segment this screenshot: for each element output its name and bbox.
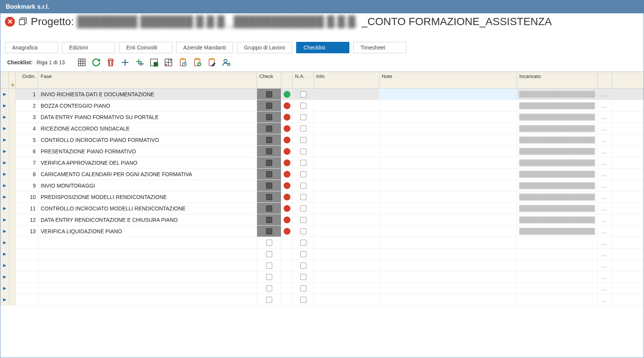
cell-na[interactable] (293, 191, 314, 202)
expand-arrow-icon[interactable]: ▶ (3, 240, 6, 245)
add-icon[interactable] (120, 57, 130, 68)
column-incaricato[interactable]: Incaricato (517, 72, 598, 88)
cell-check[interactable] (257, 214, 281, 225)
expand-arrow-icon[interactable]: ▶ (3, 286, 6, 291)
cell-na[interactable] (293, 203, 314, 214)
cell-na[interactable] (293, 260, 314, 271)
row-menu-button[interactable]: ... (598, 111, 612, 123)
cell-check[interactable] (257, 123, 281, 134)
table-row[interactable]: ▶4RICEZIONE ACCORDO SINDACALE... (0, 123, 644, 134)
close-button[interactable]: ✕ (5, 17, 15, 27)
row-menu-button[interactable]: ... (598, 237, 612, 248)
row-menu-button[interactable]: ... (598, 248, 612, 259)
table-row[interactable]: ▶12DATA ENTRY RENDICONTAZIONE E CHIUSURA… (0, 214, 644, 226)
cell-check[interactable] (257, 283, 281, 294)
table-row[interactable]: ▶6PRESENTAZIONE PIANO FORMATIVO... (0, 146, 644, 157)
cell-check[interactable] (257, 191, 281, 202)
cell-na[interactable] (293, 214, 314, 225)
expand-arrow-icon[interactable]: ▶ (3, 263, 6, 268)
cell-na[interactable] (293, 89, 314, 100)
clipboard-add-icon[interactable] (192, 57, 203, 68)
cell-note[interactable] (379, 191, 517, 202)
table-row[interactable]: ▶3DATA ENTRY PIANO FORMATIVO SU PORTALE.… (0, 111, 644, 123)
row-menu-button[interactable]: ... (598, 180, 612, 191)
cell-note[interactable] (379, 203, 517, 214)
cell-check[interactable] (257, 100, 281, 111)
column-check[interactable]: Check (257, 72, 281, 88)
table-row-empty[interactable]: ▶... (0, 248, 644, 260)
expand-arrow-icon[interactable]: ▶ (3, 172, 6, 177)
cell-na[interactable] (293, 134, 314, 145)
cell-na[interactable] (293, 248, 314, 259)
table-row[interactable]: ▶9INVIO MONITORAGGI... (0, 180, 644, 191)
expand-arrow-icon[interactable]: ▶ (3, 92, 6, 97)
expand-arrow-icon[interactable]: ▶ (3, 149, 6, 154)
window-stack-icon[interactable] (18, 17, 28, 27)
table-row-empty[interactable]: ▶... (0, 260, 644, 271)
tab-gruppo-di-lavoro[interactable]: Gruppo di Lavoro (237, 42, 292, 53)
cell-check[interactable] (257, 260, 281, 271)
cell-na[interactable] (293, 283, 314, 294)
cell-note[interactable] (379, 89, 517, 100)
row-menu-button[interactable]: ... (598, 146, 612, 157)
cell-na[interactable] (293, 157, 314, 168)
table-row[interactable]: ▶10PREDISPOSIZIONE MODELLI RENDICONTAZIO… (0, 191, 644, 203)
cell-check[interactable] (257, 169, 281, 180)
cell-check[interactable] (257, 89, 281, 100)
column-ordin[interactable]: Ordin. (16, 72, 38, 88)
expand-arrow-icon[interactable]: ▶ (3, 274, 6, 279)
column-na[interactable]: N.A. (293, 72, 314, 88)
refresh-icon[interactable] (91, 57, 102, 68)
tab-checklist[interactable]: Checklist (296, 42, 349, 53)
table-row-empty[interactable]: ▶... (0, 283, 644, 294)
tab-aziende-mandanti[interactable]: Aziende Mandanti (176, 42, 233, 53)
grid-view-icon[interactable] (76, 57, 87, 68)
expand-arrow-icon[interactable]: ▶ (3, 103, 6, 108)
cell-check[interactable] (257, 180, 281, 191)
table-row[interactable]: ▶11CONTROLLO INCROCIATO MODELLI RENDICON… (0, 203, 644, 214)
expand-arrow-icon[interactable]: ▶ (3, 217, 6, 222)
row-menu-button[interactable]: ... (598, 283, 612, 294)
expand-arrow-icon[interactable]: ▶ (3, 251, 6, 256)
clipboard-edit-icon[interactable] (206, 57, 217, 68)
row-menu-button[interactable]: ... (598, 157, 612, 168)
row-menu-button[interactable]: ... (598, 214, 612, 225)
expand-arrow-icon[interactable]: ▶ (3, 137, 6, 142)
expand-arrow-icon[interactable]: ▶ (3, 126, 6, 131)
cell-na[interactable] (293, 237, 314, 248)
expand-arrow-icon[interactable]: ▶ (3, 183, 6, 188)
cell-na[interactable] (293, 271, 314, 282)
table-row-empty[interactable]: ▶... (0, 271, 644, 283)
tab-enti-coinvolti[interactable]: Enti Coinvolti (119, 42, 172, 53)
cell-check[interactable] (257, 226, 281, 237)
expand-arrow-icon[interactable]: ▶ (3, 297, 6, 302)
row-menu-button[interactable]: ... (598, 123, 612, 134)
cell-note[interactable] (379, 214, 517, 225)
cell-check[interactable] (257, 111, 281, 123)
cell-note[interactable] (379, 180, 517, 191)
expand-arrow-icon[interactable]: ▶ (3, 194, 6, 199)
cell-note[interactable] (379, 226, 517, 237)
row-menu-button[interactable]: ... (598, 134, 612, 145)
cell-na[interactable] (293, 123, 314, 134)
table-row[interactable]: ▶8CARICAMENTO CALENDARI PER OGNI AZIONE … (0, 169, 644, 180)
row-menu-button[interactable]: ... (598, 226, 612, 237)
add-multiple-icon[interactable] (134, 57, 145, 68)
cell-note[interactable] (379, 100, 517, 111)
column-note[interactable]: Note (379, 72, 517, 88)
cell-note[interactable] (379, 157, 517, 168)
row-menu-button[interactable]: ... (598, 169, 612, 180)
row-menu-button[interactable]: ... (598, 294, 612, 305)
cell-na[interactable] (293, 100, 314, 111)
cell-na[interactable] (293, 226, 314, 237)
grid-edit-icon[interactable] (163, 57, 174, 68)
filter-icon[interactable]: ◉ (11, 83, 14, 87)
row-menu-button[interactable]: ... (598, 191, 612, 202)
column-fase[interactable]: Fase (38, 72, 257, 88)
table-row[interactable]: ▶2BOZZA CONTEGGIO PIANO... (0, 100, 644, 111)
cell-na[interactable] (293, 169, 314, 180)
cell-check[interactable] (257, 237, 281, 248)
table-row[interactable]: ▶13VERIFICA LIQUIDAZIONE PIANO... (0, 226, 644, 237)
row-menu-button[interactable]: ... (598, 203, 612, 214)
table-row[interactable]: ▶1INVIO RICHIESTA DATI E DOCUMENTAZIONE.… (0, 89, 644, 100)
